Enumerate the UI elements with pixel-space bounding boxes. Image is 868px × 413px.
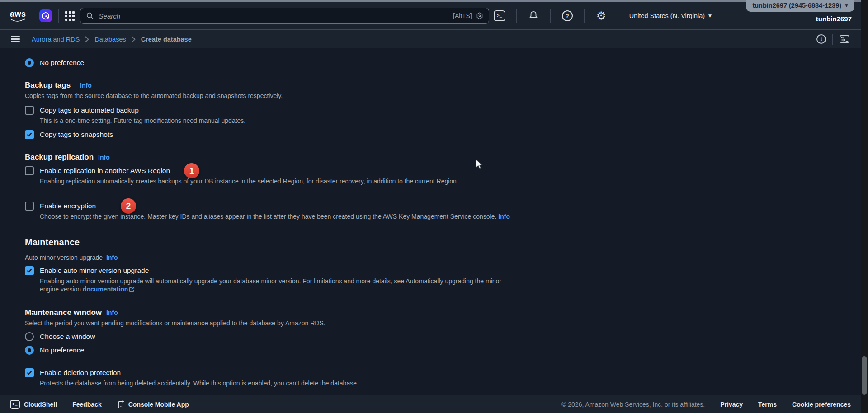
split-panel-icon[interactable] (839, 34, 850, 44)
gear-icon: ⚙ (596, 10, 606, 21)
checkbox-checked-icon[interactable] (25, 368, 34, 377)
maintenance-heading: Maintenance (25, 237, 861, 248)
option-label: Copy tags to snapshots (40, 131, 113, 139)
feedback-button[interactable]: Feedback (72, 401, 102, 408)
copyright-text: © 2026, Amazon Web Services, Inc. or its… (561, 401, 705, 408)
amazon-q-hexagon-icon (476, 12, 483, 19)
vertical-scrollbar[interactable] (861, 0, 868, 413)
enable-auto-minor-upgrade-option[interactable]: Enable auto minor version upgrade (25, 265, 861, 276)
option-label: No preference (40, 346, 84, 354)
option-label: Enable deletion protection (40, 369, 121, 377)
chevron-right-icon (132, 36, 136, 42)
radio-selected-icon[interactable] (25, 58, 34, 67)
section-title: Backup replication (25, 153, 94, 162)
info-link[interactable]: Info (98, 154, 110, 161)
footer-left-links: >_ CloudShell Feedback Console Mobile Ap… (10, 400, 189, 409)
option-label: Copy tags to automated backup (40, 106, 139, 114)
question-mark-icon: ? (562, 10, 573, 21)
choose-a-window-option[interactable]: Choose a window (25, 331, 861, 342)
notifications-button[interactable] (526, 8, 541, 23)
no-preference-option[interactable]: No preference (25, 345, 861, 356)
backup-tags-description: Copies tags from the source database to … (25, 92, 861, 100)
checkbox-checked-icon[interactable] (25, 130, 34, 139)
maintenance-window-description: Select the period you want pending modif… (25, 319, 861, 328)
mobile-app-label: Console Mobile App (128, 401, 189, 408)
cookie-preferences-link[interactable]: Cookie preferences (792, 401, 851, 408)
enable-encryption-description: Choose to encrypt the given instance. Ma… (40, 212, 861, 221)
description-line-2-end: . (136, 286, 137, 293)
checkbox-unchecked-icon[interactable] (25, 106, 34, 115)
maintenance-window-header: Maintenance window Info (25, 308, 861, 317)
section-title: Maintenance window (25, 308, 102, 317)
topbar-separator (33, 9, 33, 23)
enable-replication-option[interactable]: Enable replication in another AWS Region… (25, 165, 861, 176)
option-label: Choose a window (40, 333, 95, 341)
auto-minor-upgrade-description: Enabling auto minor version upgrade will… (40, 277, 861, 294)
radio-selected-icon[interactable] (25, 346, 34, 355)
global-search[interactable]: [Alt+S] (80, 8, 489, 24)
breadcrumb-link-aurora-rds[interactable]: Aurora and RDS (32, 36, 80, 43)
section-title: Backup tags (25, 81, 71, 90)
breadcrumb-separator (832, 34, 833, 45)
checkbox-unchecked-icon[interactable] (25, 166, 34, 175)
info-link[interactable]: Info (106, 254, 118, 261)
cloudshell-button[interactable]: >_ CloudShell (10, 400, 57, 409)
aws-logo[interactable]: aws (10, 10, 26, 22)
account-menu-badge[interactable]: tunbin2697 (2945-6884-1239) ▼ (746, 0, 854, 12)
scrollbar-thumb[interactable] (862, 356, 867, 395)
deletion-protection-description: Protects the database from being deleted… (40, 379, 861, 388)
auto-minor-version-upgrade-label: Auto minor version upgrade Info (25, 254, 861, 261)
breadcrumb-current-page: Create database (141, 36, 192, 43)
console-footer: >_ CloudShell Feedback Console Mobile Ap… (0, 395, 861, 413)
top-navigation-bar: aws [Alt+S] (0, 2, 861, 30)
help-button[interactable]: ? (560, 8, 575, 23)
copy-tags-automated-backup-description: This is a one-time setting. Future tag m… (40, 117, 861, 125)
description-line-1: Enabling auto minor version upgrade will… (40, 277, 501, 285)
option-label: Enable encryption (40, 202, 96, 210)
caret-down-icon: ▼ (708, 14, 712, 18)
copy-tags-snapshots-option[interactable]: Copy tags to snapshots (25, 129, 861, 140)
info-link[interactable]: Info (498, 213, 510, 220)
description-text: Choose to encrypt the given instance. Ma… (40, 213, 496, 220)
privacy-link[interactable]: Privacy (720, 401, 743, 408)
region-selector[interactable]: United States (N. Virginia) ▼ (629, 12, 712, 19)
aws-smile-icon (10, 18, 26, 22)
topbar-utility-icons: >_ ? ⚙ United States (N. Virginia) ▼ (489, 8, 716, 23)
topbar-separator (550, 9, 551, 23)
radio-unselected-icon[interactable] (25, 332, 34, 341)
annotation-badge-2: 2 (121, 198, 136, 214)
enable-encryption-option[interactable]: Enable encryption 2 (25, 201, 861, 211)
search-input[interactable] (98, 12, 449, 20)
terminal-icon: >_ (494, 10, 505, 21)
documentation-link[interactable]: documentation (83, 286, 128, 293)
topbar-separator (584, 9, 585, 23)
enable-deletion-protection-option[interactable]: Enable deletion protection (25, 367, 861, 378)
breadcrumb-link-databases[interactable]: Databases (94, 36, 126, 43)
settings-button[interactable]: ⚙ (594, 8, 609, 23)
info-link[interactable]: Info (106, 309, 118, 316)
amazon-q-icon[interactable] (39, 9, 52, 22)
checkbox-checked-icon[interactable] (25, 266, 34, 275)
topbar-separator (516, 9, 517, 23)
info-icon[interactable]: i (816, 34, 826, 44)
copy-tags-automated-backup-option[interactable]: Copy tags to automated backup (25, 105, 861, 116)
checkbox-unchecked-icon[interactable] (25, 202, 34, 211)
console-mobile-app-button[interactable]: Console Mobile App (117, 400, 189, 409)
breadcrumb-right-tools: i (816, 34, 850, 45)
cloudshell-terminal-button[interactable]: >_ (492, 8, 507, 23)
topbar-separator (618, 9, 618, 23)
account-badge-label: tunbin2697 (2945-6884-1239) (752, 2, 841, 9)
field-label-text: Auto minor version upgrade (25, 254, 103, 261)
services-grid-icon[interactable] (65, 11, 75, 21)
backup-window-no-preference-option[interactable]: No preference (25, 57, 861, 68)
cloudshell-label: CloudShell (24, 401, 57, 408)
option-label: No preference (40, 59, 84, 67)
caret-down-icon: ▼ (845, 3, 848, 8)
hamburger-menu-icon[interactable] (11, 36, 20, 42)
bell-icon (528, 10, 538, 21)
feedback-label: Feedback (72, 401, 102, 408)
info-link[interactable]: Info (80, 82, 92, 89)
terms-link[interactable]: Terms (758, 401, 777, 408)
enable-replication-description: Enabling replication automatically creat… (40, 177, 861, 186)
title-divider (75, 82, 75, 89)
